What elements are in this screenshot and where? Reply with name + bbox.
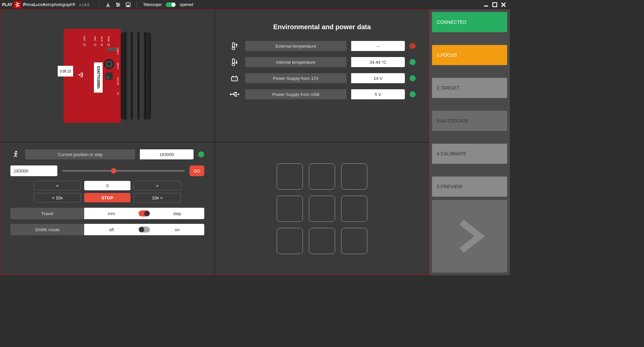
minimize-button[interactable] bbox=[482, 0, 490, 9]
grid-cell[interactable] bbox=[309, 163, 335, 190]
svg-point-9 bbox=[110, 64, 111, 64]
walk-icon bbox=[10, 150, 20, 158]
grid-cell[interactable] bbox=[277, 228, 303, 254]
separator bbox=[99, 2, 100, 8]
step-preview[interactable]: 5.PREVIEW bbox=[432, 177, 507, 197]
stop-button[interactable]: STOP bbox=[84, 193, 130, 202]
dark-opt-off: off bbox=[84, 227, 139, 232]
svg-rect-19 bbox=[235, 76, 236, 77]
dark-switch[interactable] bbox=[139, 227, 150, 233]
wifi-icon bbox=[76, 70, 88, 80]
env-row-usb: Power Supply from USB 5 V bbox=[222, 89, 422, 99]
step-target[interactable]: 2.TARGET bbox=[432, 78, 507, 98]
env-value: 14 V bbox=[351, 73, 405, 83]
close-button[interactable] bbox=[499, 0, 508, 9]
step-forward-button[interactable]: > bbox=[134, 181, 181, 190]
svg-point-7 bbox=[109, 62, 109, 63]
battery-icon bbox=[228, 73, 240, 83]
maximize-button[interactable] bbox=[490, 0, 499, 9]
svg-rect-13 bbox=[232, 43, 234, 47]
travel-opt-mm: mm bbox=[84, 211, 139, 216]
step-autoguide[interactable]: 3.AUTOGUIDE bbox=[432, 111, 507, 131]
travel-opt-step: step bbox=[150, 211, 204, 216]
brand-label: PrimaLuceAstrophotographY bbox=[23, 2, 75, 7]
tripod-icon[interactable] bbox=[105, 2, 111, 8]
svg-point-8 bbox=[107, 64, 108, 64]
env-row-external-temp: External temperature -- bbox=[222, 41, 422, 51]
svg-point-2 bbox=[117, 5, 118, 7]
next-button[interactable] bbox=[432, 200, 507, 272]
connected-status[interactable]: CONNECTED bbox=[432, 12, 507, 32]
svg-point-11 bbox=[110, 65, 110, 66]
port-wifi: Wi-Fi bbox=[101, 36, 103, 42]
environment-title: Environmental and power data bbox=[222, 23, 422, 31]
svg-point-10 bbox=[108, 65, 108, 66]
grid-cell[interactable] bbox=[277, 163, 303, 190]
step-forward-10x-button[interactable]: 10x > bbox=[134, 193, 181, 202]
device-version: 3.05.13 bbox=[58, 66, 73, 77]
travel-toggle-row: Travel mm step bbox=[7, 208, 208, 219]
arco-connector-icon bbox=[104, 59, 114, 69]
dark-toggle-row: DARK mode off on bbox=[7, 224, 208, 235]
separator bbox=[137, 2, 137, 8]
grid-cell[interactable] bbox=[309, 196, 335, 222]
svg-rect-21 bbox=[235, 92, 237, 93]
grid-cell[interactable] bbox=[277, 196, 303, 222]
device-panel: PWR Wi-Fi ARC RST USB-C ARCO 12V DC Th. … bbox=[0, 10, 214, 142]
env-row-12v: Power Supply from 12V 14 V bbox=[222, 73, 422, 83]
grid-cell[interactable] bbox=[341, 228, 367, 254]
port-rst: RST bbox=[83, 36, 86, 41]
position-slider[interactable] bbox=[62, 170, 185, 171]
dark-opt-on: on bbox=[150, 227, 204, 232]
env-label: Power Supply from 12V bbox=[245, 73, 346, 83]
play-label: PLAY bbox=[2, 2, 12, 7]
go-button[interactable]: GO bbox=[190, 165, 204, 176]
env-row-internal-temp: Internal temperature 34.44 °C bbox=[222, 57, 422, 67]
slider-row: GO bbox=[7, 165, 208, 176]
grid-cell[interactable] bbox=[341, 196, 367, 222]
svg-point-23 bbox=[15, 151, 17, 153]
telescope-label: Telescope: bbox=[143, 2, 162, 7]
port-arc: ARC bbox=[94, 36, 96, 41]
usb-icon bbox=[228, 91, 240, 98]
preview-grid bbox=[277, 163, 367, 254]
step-focus[interactable]: 1.FOCUS bbox=[432, 45, 507, 65]
env-label: Internal temperature bbox=[245, 57, 346, 67]
env-label: Power Supply from USB bbox=[245, 89, 346, 99]
step-back-10x-button[interactable]: < 10x bbox=[34, 193, 81, 202]
status-led bbox=[198, 151, 204, 157]
status-led bbox=[410, 59, 416, 65]
step-calibrate[interactable]: 4.CALIBRATE bbox=[432, 144, 507, 164]
telescope-toggle[interactable] bbox=[166, 2, 176, 7]
step-value[interactable]: 0 bbox=[84, 181, 130, 190]
preview-grid-panel bbox=[215, 143, 429, 275]
env-label: External temperature bbox=[245, 41, 346, 51]
travel-switch[interactable] bbox=[139, 210, 150, 216]
chevron-right-icon bbox=[449, 216, 490, 256]
device-id: ESATTO20881 bbox=[94, 62, 103, 93]
env-value: 5 V bbox=[351, 89, 405, 99]
travel-label: Travel bbox=[10, 208, 84, 219]
titlebar: PLAY PrimaLuceAstrophotographY v 1.6.0 T… bbox=[0, 0, 510, 9]
grid-cell[interactable] bbox=[341, 163, 367, 190]
port-arco: ARCO bbox=[117, 62, 119, 69]
temp-up-icon bbox=[228, 41, 240, 51]
position-label: Current position in step bbox=[25, 149, 135, 159]
focuser-panel: Current position in step 183000 GO < 0 >… bbox=[0, 143, 214, 275]
save-icon[interactable] bbox=[125, 2, 131, 8]
grid-cell[interactable] bbox=[309, 228, 335, 254]
telescope-state: opened bbox=[180, 2, 193, 7]
svg-rect-17 bbox=[231, 77, 237, 81]
svg-point-0 bbox=[116, 3, 118, 4]
svg-point-6 bbox=[106, 61, 112, 67]
position-input[interactable] bbox=[10, 165, 57, 176]
svg-rect-18 bbox=[232, 76, 233, 77]
svg-rect-5 bbox=[493, 3, 497, 7]
step-back-button[interactable]: < bbox=[34, 181, 81, 190]
position-value: 183000 bbox=[140, 149, 194, 159]
dark-label: DARK mode bbox=[10, 224, 84, 235]
port-12v: 12V DC bbox=[117, 77, 119, 86]
port-usbc: USB-C bbox=[117, 48, 119, 55]
temp-down-icon bbox=[228, 57, 240, 67]
sliders-icon[interactable] bbox=[115, 2, 121, 8]
